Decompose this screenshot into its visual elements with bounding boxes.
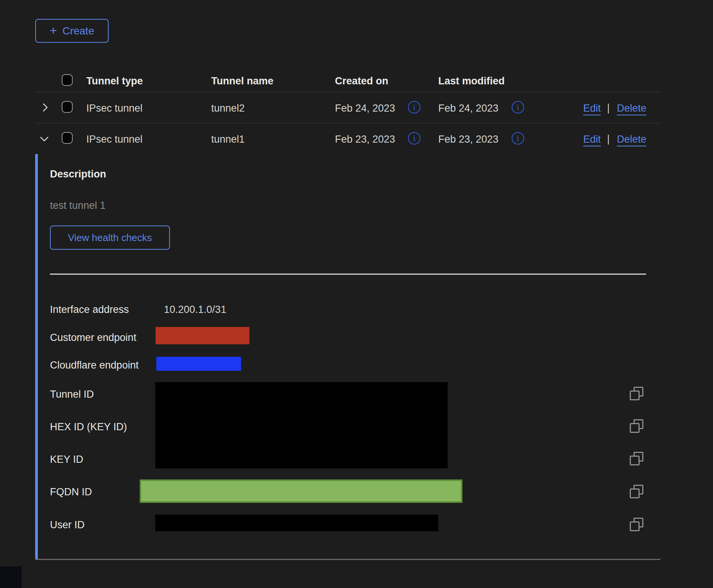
- hex-id-label: HEX ID (KEY ID): [50, 421, 127, 433]
- copy-icon: [630, 419, 644, 434]
- action-separator: |: [607, 133, 610, 145]
- created-on-cell: Feb 23, 2023: [335, 134, 395, 145]
- ipsec-tunnels-page: + Create Tunnel type Tunnel name Created…: [0, 0, 713, 588]
- tunnel-id-label: Tunnel ID: [50, 389, 94, 400]
- customer-endpoint-label: Customer endpoint: [50, 332, 136, 344]
- section-divider: [50, 274, 646, 275]
- tunnel-name-cell: tunnel1: [211, 134, 245, 145]
- action-separator: |: [607, 102, 610, 114]
- delete-link[interactable]: Delete: [617, 134, 646, 145]
- header-tunnel-type: Tunnel type: [86, 75, 143, 87]
- view-health-checks-label: View health checks: [68, 232, 152, 244]
- copy-icon: [630, 485, 644, 499]
- header-last-modified: Last modified: [438, 75, 505, 87]
- chevron-right-icon[interactable]: [39, 101, 51, 114]
- customer-endpoint-redaction: [156, 327, 249, 344]
- edit-link[interactable]: Edit: [583, 134, 601, 145]
- interface-address-label: Interface address: [50, 304, 129, 316]
- user-id-redaction: [155, 515, 438, 531]
- copy-hex-id-button[interactable]: [630, 419, 644, 434]
- create-button-label: Create: [62, 25, 94, 37]
- tunnel-name-cell: tunnel2: [211, 103, 245, 114]
- copy-icon: [630, 452, 644, 466]
- select-all-checkbox[interactable]: [62, 74, 73, 86]
- info-icon[interactable]: i: [408, 132, 420, 145]
- view-health-checks-button[interactable]: View health checks: [50, 226, 170, 250]
- chevron-down-icon[interactable]: [38, 133, 50, 145]
- copy-icon: [630, 518, 644, 532]
- row-divider: [35, 123, 660, 123]
- info-icon[interactable]: i: [408, 101, 420, 114]
- copy-fqdn-id-button[interactable]: [630, 485, 644, 499]
- user-id-label: User ID: [50, 519, 85, 531]
- delete-link[interactable]: Delete: [617, 103, 646, 114]
- id-group-redaction: [155, 382, 448, 468]
- interface-address-value: 10.200.1.0/31: [164, 304, 226, 316]
- tunnel-type-cell: IPsec tunnel: [86, 134, 143, 145]
- copy-icon: [630, 387, 644, 401]
- plus-icon: +: [50, 24, 57, 37]
- key-id-label: KEY ID: [50, 454, 83, 465]
- create-button[interactable]: + Create: [35, 19, 109, 43]
- tunnel-type-cell: IPsec tunnel: [86, 103, 143, 114]
- copy-tunnel-id-button[interactable]: [630, 387, 644, 401]
- cloudflare-endpoint-label: Cloudflare endpoint: [50, 359, 139, 371]
- header-created-on: Created on: [335, 75, 388, 87]
- row-checkbox[interactable]: [62, 132, 73, 144]
- created-on-cell: Feb 24, 2023: [335, 103, 395, 114]
- description-text: test tunnel 1: [50, 200, 106, 212]
- edit-link[interactable]: Edit: [583, 103, 601, 114]
- header-tunnel-name: Tunnel name: [211, 75, 274, 87]
- info-icon[interactable]: i: [512, 132, 524, 145]
- fqdn-id-label: FQDN ID: [50, 486, 92, 498]
- description-heading: Description: [50, 168, 106, 180]
- last-modified-cell: Feb 24, 2023: [438, 103, 498, 114]
- corner-artifact: [0, 566, 22, 588]
- copy-user-id-button[interactable]: [630, 518, 644, 532]
- table-bottom-border: [35, 559, 660, 560]
- row-checkbox[interactable]: [62, 101, 73, 113]
- last-modified-cell: Feb 23, 2023: [438, 134, 498, 145]
- fqdn-id-redaction: [140, 479, 462, 503]
- expand-indicator-bar: [35, 154, 38, 559]
- cloudflare-endpoint-redaction: [156, 357, 241, 371]
- copy-key-id-button[interactable]: [630, 452, 644, 466]
- info-icon[interactable]: i: [512, 101, 524, 114]
- header-divider: [35, 92, 660, 92]
